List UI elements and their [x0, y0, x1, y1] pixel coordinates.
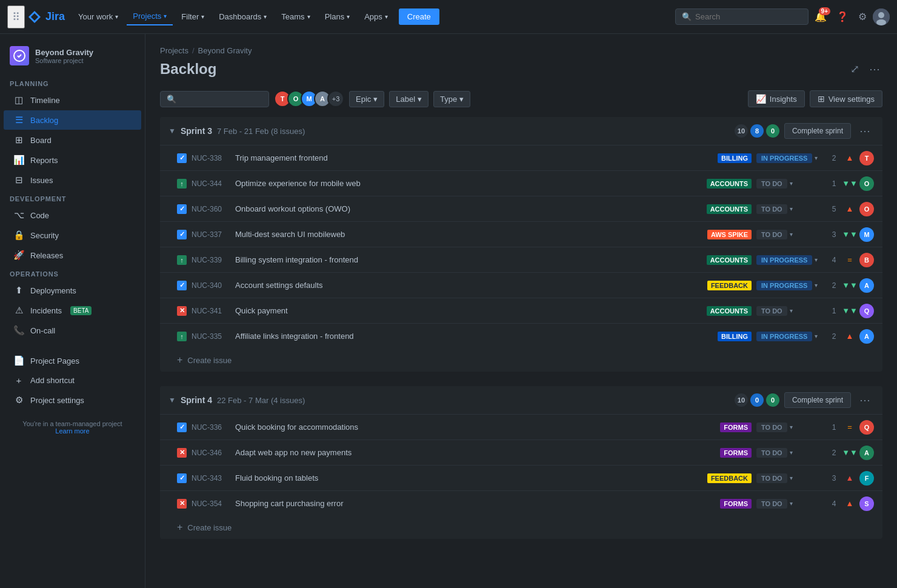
- sidebar-item-timeline[interactable]: ◫ Timeline: [4, 90, 141, 110]
- issue-priority-icon[interactable]: ▼▼: [845, 448, 855, 458]
- issue-row[interactable]: ✓ NUC-343 Fluid booking on tablets FEEDB…: [160, 465, 882, 490]
- issue-label[interactable]: BILLING: [718, 153, 752, 163]
- sidebar-item-security[interactable]: 🔒 Security: [4, 226, 141, 245]
- issue-priority-icon[interactable]: ▲: [845, 204, 855, 214]
- issue-status[interactable]: TO DO ▾: [756, 204, 823, 214]
- issue-priority-icon[interactable]: ▼▼: [845, 179, 855, 189]
- sidebar-item-project-settings[interactable]: ⚙ Project settings: [4, 390, 141, 410]
- issue-priority-icon[interactable]: ▼▼: [845, 281, 855, 290]
- breadcrumb-project[interactable]: Beyond Gravity: [198, 46, 252, 55]
- issue-row[interactable]: ✕ NUC-354 Shopping cart purchasing error…: [160, 490, 882, 516]
- issue-row[interactable]: ✕ NUC-346 Adapt web app no new payments …: [160, 439, 882, 465]
- sidebar-item-issues[interactable]: ⊟ Issues: [4, 170, 141, 190]
- sidebar-item-project-pages[interactable]: 📄 Project Pages: [4, 351, 141, 370]
- issue-status[interactable]: TO DO ▾: [756, 448, 823, 458]
- search-box[interactable]: 🔍: [675, 8, 809, 25]
- sidebar-item-reports[interactable]: 📊 Reports: [4, 150, 141, 170]
- issue-row[interactable]: ✕ NUC-341 Quick payment ACCOUNTS TO DO ▾…: [160, 298, 882, 323]
- issue-label[interactable]: BILLING: [718, 332, 752, 341]
- issue-priority-icon[interactable]: =: [845, 255, 855, 265]
- issue-priority-icon[interactable]: ▲: [845, 332, 855, 341]
- issue-assignee-avatar[interactable]: A: [859, 278, 874, 293]
- issue-row[interactable]: ↑ NUC-344 Optimize experience for mobile…: [160, 170, 882, 196]
- backlog-search-input[interactable]: [180, 95, 253, 104]
- issue-row[interactable]: ✓ NUC-338 Trip management frontend BILLI…: [160, 145, 882, 170]
- sprint-4-more-button[interactable]: ⋯: [856, 392, 874, 408]
- sprint-3-create-issue[interactable]: + Create issue: [160, 349, 882, 372]
- issue-priority-icon[interactable]: ▼▼: [845, 306, 855, 316]
- your-work-nav[interactable]: Your work ▾: [72, 8, 124, 25]
- issue-assignee-avatar[interactable]: M: [859, 227, 874, 242]
- teams-nav[interactable]: Teams ▾: [275, 8, 316, 25]
- filter-nav[interactable]: Filter ▾: [175, 8, 210, 25]
- sidebar-item-incidents[interactable]: ⚠ Incidents BETA: [4, 301, 141, 320]
- sprint-4-create-issue[interactable]: + Create issue: [160, 516, 882, 539]
- issue-row[interactable]: ↑ NUC-335 Affiliate links integration - …: [160, 323, 882, 349]
- issue-assignee-avatar[interactable]: Q: [859, 420, 874, 435]
- user-avatar[interactable]: [873, 8, 890, 25]
- sidebar-item-deployments[interactable]: ⬆ Deployments: [4, 281, 141, 300]
- issue-status[interactable]: TO DO ▾: [756, 306, 823, 316]
- label-filter[interactable]: Label ▾: [389, 91, 428, 107]
- issue-assignee-avatar[interactable]: A: [859, 446, 874, 460]
- issue-status[interactable]: TO DO ▾: [756, 423, 823, 432]
- issue-priority-icon[interactable]: =: [845, 423, 855, 432]
- backlog-search[interactable]: 🔍: [160, 91, 269, 107]
- issue-status[interactable]: TO DO ▾: [756, 499, 823, 509]
- sprint-4-collapse-icon[interactable]: ▼: [168, 396, 176, 404]
- settings-button[interactable]: ⚙: [855, 7, 870, 26]
- sprint-3-header[interactable]: ▼ Sprint 3 7 Feb - 21 Feb (8 issues) 10 …: [160, 117, 882, 145]
- project-header[interactable]: Beyond Gravity Software project: [0, 41, 145, 75]
- issue-label[interactable]: AWS SPIKE: [707, 230, 752, 239]
- issue-assignee-avatar[interactable]: T: [859, 151, 874, 165]
- projects-nav[interactable]: Projects ▾: [127, 8, 173, 25]
- issue-priority-icon[interactable]: ▼▼: [845, 230, 855, 239]
- sidebar-item-code[interactable]: ⌥ Code: [4, 205, 141, 225]
- issue-status[interactable]: IN PROGRESS ▾: [756, 255, 823, 265]
- epic-filter[interactable]: Epic ▾: [349, 91, 384, 107]
- issue-row[interactable]: ✓ NUC-340 Account settings defaults FEED…: [160, 272, 882, 298]
- issue-status[interactable]: IN PROGRESS ▾: [756, 281, 823, 290]
- breadcrumb-projects[interactable]: Projects: [160, 46, 188, 55]
- plans-nav[interactable]: Plans ▾: [319, 8, 356, 25]
- issue-status[interactable]: TO DO ▾: [756, 230, 823, 239]
- issue-assignee-avatar[interactable]: F: [859, 471, 874, 486]
- sprint-4-header[interactable]: ▼ Sprint 4 22 Feb - 7 Mar (4 issues) 10 …: [160, 386, 882, 414]
- insights-button[interactable]: 📈 Insights: [748, 90, 805, 107]
- issue-row[interactable]: ↑ NUC-339 Billing system integration - f…: [160, 247, 882, 272]
- issue-assignee-avatar[interactable]: A: [859, 329, 874, 344]
- sidebar-item-backlog[interactable]: ☰ Backlog: [4, 110, 141, 130]
- sidebar-item-add-shortcut[interactable]: + Add shortcut: [4, 371, 141, 390]
- sidebar-item-releases[interactable]: 🚀 Releases: [4, 246, 141, 265]
- issue-row[interactable]: ✓ NUC-337 Multi-dest search UI mobileweb…: [160, 221, 882, 247]
- notifications-button[interactable]: 🔔 9+: [811, 7, 830, 26]
- issue-status[interactable]: IN PROGRESS ▾: [756, 153, 823, 163]
- view-settings-button[interactable]: ⊞ View settings: [810, 90, 882, 107]
- issue-label[interactable]: FORMS: [720, 499, 752, 509]
- more-options-button[interactable]: ⋯: [867, 60, 882, 78]
- issue-label[interactable]: ACCOUNTS: [707, 204, 752, 214]
- footer-link[interactable]: Learn more: [55, 427, 89, 435]
- issue-status[interactable]: TO DO ▾: [756, 179, 823, 189]
- help-button[interactable]: ❓: [833, 7, 852, 26]
- issue-priority-icon[interactable]: ▲: [845, 153, 855, 163]
- sidebar-item-board[interactable]: ⊞ Board: [4, 130, 141, 150]
- search-input[interactable]: [695, 12, 792, 21]
- issue-assignee-avatar[interactable]: B: [859, 253, 874, 267]
- issue-label[interactable]: ACCOUNTS: [707, 255, 752, 265]
- sidebar-item-oncall[interactable]: 📞 On-call: [4, 321, 141, 340]
- issue-priority-icon[interactable]: ▲: [845, 499, 855, 509]
- issue-label[interactable]: ACCOUNTS: [707, 179, 752, 189]
- issue-label[interactable]: FEEDBACK: [707, 473, 752, 483]
- issue-status[interactable]: IN PROGRESS ▾: [756, 332, 823, 341]
- sprint-3-complete-button[interactable]: Complete sprint: [784, 123, 851, 139]
- issue-label[interactable]: FORMS: [720, 448, 752, 458]
- avatar-filter-more[interactable]: +3: [327, 90, 344, 107]
- issue-label[interactable]: FEEDBACK: [707, 281, 752, 290]
- issue-row[interactable]: ✓ NUC-336 Quick booking for accommodatio…: [160, 414, 882, 439]
- issue-assignee-avatar[interactable]: O: [859, 202, 874, 216]
- dashboards-nav[interactable]: Dashboards ▾: [213, 8, 273, 25]
- sprint-4-complete-button[interactable]: Complete sprint: [784, 392, 851, 408]
- sprint-3-collapse-icon[interactable]: ▼: [168, 127, 176, 135]
- issue-label[interactable]: ACCOUNTS: [707, 306, 752, 316]
